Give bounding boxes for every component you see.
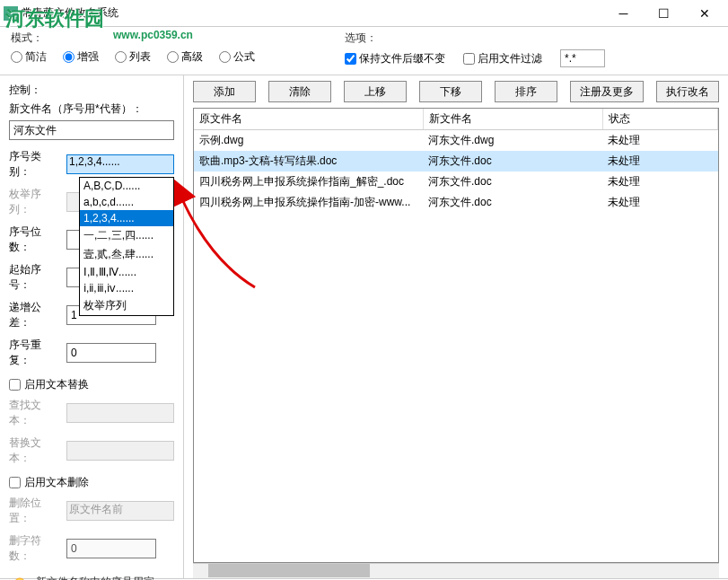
seq-digits-label: 序号位数： (9, 224, 61, 255)
repeat-label: 序号重复： (9, 338, 61, 368)
replace-label: 替换文本： (9, 435, 61, 466)
step-label: 递增公差： (9, 300, 61, 330)
down-button[interactable]: 下移 (419, 81, 482, 102)
minimize-button[interactable]: ─ (603, 1, 644, 26)
file-table[interactable]: 原文件名 新文件名 状态 示例.dwg河东文件.dwg未处理歌曲.mp3-文稿-… (193, 108, 719, 563)
window-title: 常青藤文件改名系统 (22, 5, 603, 21)
enable-filter-checkbox[interactable]: 启用文件过滤 (463, 51, 542, 66)
del-chars-spinner (66, 539, 156, 558)
app-icon (4, 6, 18, 21)
up-button[interactable]: 上移 (344, 81, 407, 102)
table-row[interactable]: 四川税务网上申报系统操作指南-加密-www...河东文件.doc未处理 (194, 192, 718, 213)
replace-combo (66, 441, 174, 461)
table-row[interactable]: 四川税务网上申报系统操作指南_解密_.doc河东文件.doc未处理 (194, 171, 718, 192)
tip-text: 新文件名称中的序号用字符"*"代替，例如"*-<原文件名>"。 (36, 575, 174, 580)
horizontal-scrollbar[interactable] (193, 563, 719, 578)
execute-button[interactable]: 执行改名 (656, 81, 719, 102)
del-chars-label: 删字符数： (9, 533, 61, 564)
enum-seq-label: 枚举序列： (9, 187, 61, 217)
clear-button[interactable]: 清除 (268, 81, 331, 102)
dropdown-option[interactable]: 一,二,三,四...... (80, 226, 173, 245)
dropdown-option[interactable]: ⅰ,ⅱ,ⅲ,ⅳ...... (80, 280, 173, 296)
mode-formula[interactable]: 公式 (219, 49, 255, 65)
dropdown-option[interactable]: 1,2,3,4...... (80, 210, 173, 226)
dropdown-option[interactable]: A,B,C,D...... (80, 178, 173, 194)
titlebar: 常青藤文件改名系统 ─ ☐ ✕ (0, 0, 728, 27)
dropdown-option[interactable]: Ⅰ,Ⅱ,Ⅲ,Ⅳ...... (80, 264, 173, 280)
seq-type-label: 序号类别： (9, 149, 61, 180)
mode-advanced[interactable]: 高级 (167, 49, 203, 65)
newname-label: 新文件名（序号用*代替）： (9, 101, 174, 117)
find-label: 查找文本： (9, 398, 61, 428)
sort-button[interactable]: 排序 (495, 81, 557, 102)
options-label: 选项： (345, 31, 605, 46)
enable-replace-checkbox[interactable]: 启用文本替换 (9, 377, 174, 392)
newname-input[interactable] (9, 120, 174, 140)
mode-label: 模式： (11, 31, 255, 46)
mode-enhanced[interactable]: 增强 (63, 49, 99, 65)
control-label: 控制： (9, 83, 174, 98)
del-pos-combo: 原文件名前 (66, 501, 174, 521)
maximize-button[interactable]: ☐ (644, 1, 684, 26)
keep-ext-checkbox[interactable]: 保持文件后缀不变 (345, 51, 445, 66)
dropdown-option[interactable]: 壹,贰,叁,肆...... (80, 245, 173, 264)
start-seq-label: 起始序号： (9, 262, 61, 293)
col-orig[interactable]: 原文件名 (194, 109, 423, 130)
col-new[interactable]: 新文件名 (423, 109, 602, 130)
table-row[interactable]: 示例.dwg河东文件.dwg未处理 (194, 130, 718, 152)
dropdown-option[interactable]: 枚举序列 (80, 296, 173, 315)
dropdown-option[interactable]: a,b,c,d...... (80, 194, 173, 210)
mode-simple[interactable]: 简洁 (11, 49, 47, 65)
mode-list[interactable]: 列表 (115, 49, 151, 65)
enable-delete-checkbox[interactable]: 启用文本删除 (9, 475, 174, 490)
del-pos-label: 删除位置： (9, 496, 61, 526)
find-combo (66, 403, 174, 423)
close-button[interactable]: ✕ (684, 1, 724, 26)
seq-type-combo[interactable]: 1,2,3,4...... (66, 154, 174, 174)
filter-input[interactable] (560, 49, 605, 67)
seq-type-dropdown[interactable]: A,B,C,D......a,b,c,d......1,2,3,4......一… (79, 177, 174, 316)
repeat-spinner[interactable] (66, 343, 156, 363)
register-button[interactable]: 注册及更多 (570, 81, 644, 102)
table-row[interactable]: 歌曲.mp3-文稿-转写结果.doc河东文件.doc未处理 (194, 151, 718, 171)
col-status[interactable]: 状态 (602, 109, 718, 130)
add-button[interactable]: 添加 (193, 81, 256, 102)
lightbulb-icon (9, 575, 31, 580)
